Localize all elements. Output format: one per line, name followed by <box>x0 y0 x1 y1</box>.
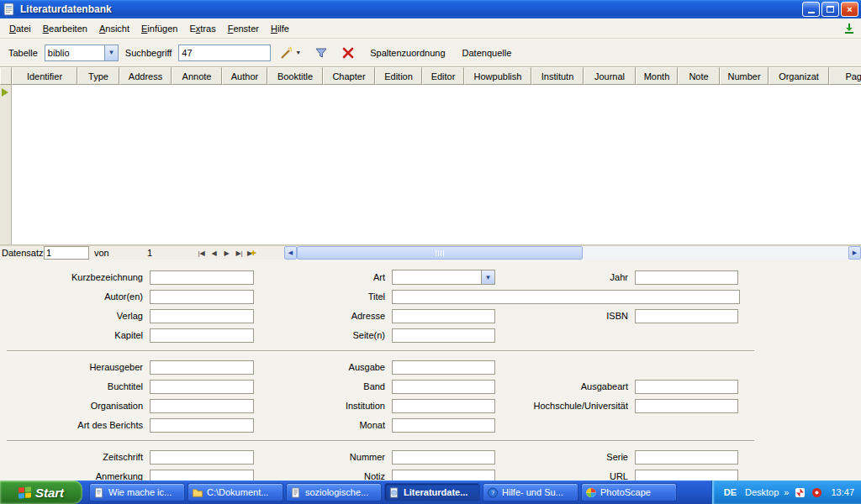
autofilter-wand-icon <box>280 46 293 60</box>
column-header[interactable]: Address <box>119 67 172 85</box>
taskbar-task-photoscape[interactable]: PhotoScape <box>581 483 677 501</box>
record-number-input[interactable] <box>44 246 89 260</box>
maximize-button[interactable] <box>821 2 839 17</box>
column-header[interactable]: Identifier <box>12 67 77 85</box>
column-mapping-button[interactable]: Spaltenzuordnung <box>364 43 451 63</box>
ausgabe-input[interactable] <box>392 360 495 375</box>
chevron-down-icon[interactable]: ▼ <box>295 50 301 55</box>
column-header[interactable]: Type <box>77 67 119 85</box>
start-button[interactable]: Start <box>0 480 82 504</box>
jahr-input[interactable] <box>635 270 738 285</box>
buchtitel-input[interactable] <box>150 380 254 394</box>
art-des-berichts-input[interactable] <box>150 418 254 433</box>
organisation-input[interactable] <box>150 399 254 413</box>
autofilter-button[interactable]: ▼ <box>276 43 305 63</box>
red-pinwheel-tray-icon[interactable] <box>794 486 806 498</box>
taskbar-task-soziologische[interactable]: soziologische... <box>286 483 382 501</box>
language-indicator[interactable]: DE <box>721 486 740 498</box>
taskbar-task-explorer[interactable]: C:\Dokument... <box>188 483 283 501</box>
field-label: Buchtitel <box>0 381 150 391</box>
column-header[interactable]: Edition <box>375 67 422 85</box>
column-header[interactable]: Month <box>636 67 678 85</box>
standard-filter-button[interactable] <box>310 43 332 63</box>
grid-corner-cell[interactable] <box>0 67 12 85</box>
column-header[interactable]: Booktitle <box>267 67 323 85</box>
previous-record-button[interactable]: ◀ <box>208 247 220 260</box>
start-label: Start <box>35 486 64 500</box>
chevron-down-icon[interactable]: ▼ <box>481 270 494 284</box>
taskbar-task-wie-mache[interactable]: Wie mache ic... <box>89 483 185 501</box>
desktop-toolbar-label[interactable]: Desktop <box>745 487 779 497</box>
institution-input[interactable] <box>392 399 495 413</box>
column-header[interactable]: Howpublish <box>464 67 531 85</box>
last-record-button[interactable]: ▶| <box>233 247 246 260</box>
hochschule-input[interactable] <box>635 399 738 413</box>
close-button[interactable]: × <box>841 2 858 17</box>
herausgeber-input[interactable] <box>150 360 254 375</box>
scrollbar-track[interactable] <box>583 246 848 260</box>
column-header[interactable]: Organizat <box>769 67 829 85</box>
ausgabeart-input[interactable] <box>635 380 738 394</box>
taskbar-task-literaturdatenbank[interactable]: Literaturdate... <box>384 483 480 501</box>
menu-extras[interactable]: Extras <box>183 21 221 36</box>
grid-body[interactable] <box>0 85 861 245</box>
kurzbezeichnung-input[interactable] <box>150 270 254 285</box>
column-header[interactable]: Institutn <box>531 67 584 85</box>
column-header[interactable]: Journal <box>584 67 636 85</box>
verlag-input[interactable] <box>150 309 254 323</box>
menu-einfuegen[interactable]: Einfügen <box>135 21 183 36</box>
serie-input[interactable] <box>635 450 738 465</box>
field-label: Seite(n) <box>254 330 392 340</box>
search-input[interactable] <box>178 45 271 61</box>
remove-filter-button[interactable] <box>337 43 359 63</box>
autoren-input[interactable] <box>150 290 254 304</box>
menu-bar: Datei Bearbeiten Ansicht Einfügen Extras… <box>0 18 861 39</box>
row-header-strip[interactable] <box>0 85 12 244</box>
red-dot-tray-icon[interactable] <box>811 486 822 498</box>
notiz-input[interactable] <box>392 470 495 481</box>
nummer-input[interactable] <box>392 450 495 465</box>
table-label: Tabelle <box>7 48 40 58</box>
column-header[interactable]: Editor <box>422 67 464 85</box>
column-header[interactable]: Chapter <box>323 67 375 85</box>
anmerkung-input[interactable] <box>150 470 254 481</box>
column-header[interactable]: Annote <box>172 67 222 85</box>
toolbar-overflow-chevron[interactable]: » <box>784 487 789 497</box>
column-header[interactable]: Note <box>678 67 720 85</box>
url-input[interactable] <box>635 470 738 481</box>
menu-fenster[interactable]: Fenster <box>222 21 265 36</box>
menu-bearbeiten[interactable]: Bearbeiten <box>37 21 93 36</box>
scroll-left-icon[interactable]: ◀ <box>284 246 297 260</box>
minimize-button[interactable] <box>802 2 820 17</box>
menu-ansicht[interactable]: Ansicht <box>93 21 135 36</box>
task-buttons: Wie mache ic... C:\Dokument... soziologi… <box>89 483 711 501</box>
art-select[interactable]: ▼ <box>392 270 495 285</box>
seiten-input[interactable] <box>392 328 495 343</box>
scrollbar-thumb[interactable] <box>297 246 583 260</box>
adresse-input[interactable] <box>392 309 495 323</box>
field-label: Zeitschrift <box>0 452 150 462</box>
titel-input[interactable] <box>392 290 740 304</box>
column-header[interactable]: Number <box>720 67 769 85</box>
first-record-button[interactable]: |◀ <box>195 247 208 260</box>
chevron-down-icon[interactable]: ▼ <box>104 45 118 60</box>
green-arrow-icon[interactable] <box>841 21 858 36</box>
table-combobox[interactable]: biblio ▼ <box>45 45 119 61</box>
band-input[interactable] <box>392 380 495 394</box>
column-header[interactable]: Author <box>222 67 267 85</box>
monat-input[interactable] <box>392 418 495 433</box>
menu-datei[interactable]: Datei <box>3 21 37 36</box>
field-label: Band <box>254 381 392 391</box>
field-label: Herausgeber <box>0 362 150 372</box>
scroll-right-icon[interactable]: ▶ <box>848 246 861 260</box>
taskbar-task-hilfe[interactable]: ? Hilfe- und Su... <box>483 483 578 501</box>
next-record-button[interactable]: ▶ <box>220 247 233 260</box>
new-record-button[interactable]: ▶✚ <box>246 247 258 260</box>
data-source-button[interactable]: Datenquelle <box>457 43 518 63</box>
menu-hilfe[interactable]: Hilfe <box>265 21 295 36</box>
column-header[interactable]: Pages <box>829 67 861 85</box>
field-label: Ausgabeart <box>495 381 635 391</box>
zeitschrift-input[interactable] <box>150 450 254 465</box>
kapitel-input[interactable] <box>150 328 254 343</box>
isbn-input[interactable] <box>635 309 738 323</box>
